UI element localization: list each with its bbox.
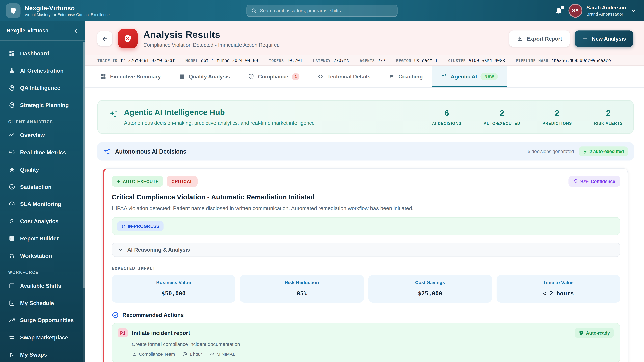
decision-card: AUTO-EXECUTE CRITICAL 97% Confidence Cri… — [103, 168, 628, 362]
tab-label: Technical Details — [327, 73, 371, 80]
compliance-icon — [248, 73, 254, 80]
user-role: Brand Ambassador — [586, 11, 626, 16]
lightning-icon — [116, 179, 121, 184]
hub-stat-ai-decisions: 6AI DECISIONS — [432, 108, 461, 126]
tab-label: Executive Summary — [110, 73, 161, 80]
trace-label: CLUSTER — [448, 58, 466, 63]
swap-vertical-icon — [8, 351, 15, 358]
sidebar-item-satisfaction[interactable]: Satisfaction — [4, 178, 81, 195]
app-root: Nexgile-Virtuoso Virtual Mastery for Ent… — [0, 0, 644, 362]
sidebar-item-report-builder[interactable]: Report Builder — [4, 230, 81, 247]
tab-label: Compliance — [258, 73, 288, 80]
tab-label: Quality Analysis — [189, 73, 230, 80]
avatar: SA — [568, 4, 582, 17]
impact-label: Business Value — [116, 280, 232, 285]
new-analysis-button[interactable]: New Analysis — [574, 30, 633, 47]
stat-value: 2 — [594, 108, 622, 118]
head-gear-icon — [8, 84, 15, 91]
action-meta: Compliance Team1 hourMINIMAL — [132, 352, 614, 357]
sidebar-item-workstation[interactable]: Workstation — [4, 247, 81, 264]
sidebar-item-ai-orchestration[interactable]: AI Orchestration — [4, 62, 81, 79]
impact-label: Time to Value — [500, 280, 616, 285]
bar-chart-icon — [8, 235, 15, 242]
new-analysis-label: New Analysis — [592, 35, 626, 42]
sidebar-item-label: SLA Monitoring — [20, 201, 61, 207]
action-description: Create formal compliance incident docume… — [132, 342, 614, 347]
page-header: Analysis Results Compliance Violation De… — [85, 21, 644, 55]
trend-arrow-icon — [210, 352, 214, 357]
sidebar-item-surge-opportunities[interactable]: Surge Opportunities — [4, 312, 81, 329]
sidebar-item-real-time-metrics[interactable]: Real-time Metrics — [4, 144, 81, 161]
auto-executed-pill: 2 auto-executed — [579, 146, 628, 156]
tab-new-badge: NEW — [481, 72, 498, 80]
stat-label: RISK ALERTS — [594, 121, 622, 125]
decision-title: Critical Compliance Violation - Automati… — [112, 193, 620, 201]
tab-compliance[interactable]: Compliance1 — [239, 66, 308, 87]
sidebar-item-qa-intelligence[interactable]: QA Intelligence — [4, 79, 81, 96]
tab-count-badge: 1 — [292, 73, 299, 80]
sidebar-item-dashboard[interactable]: Dashboard — [4, 45, 81, 62]
trace-value: sha256:d685d9ec096caaee — [551, 58, 611, 63]
sidebar-item-cost-analytics[interactable]: Cost Analytics — [4, 213, 81, 230]
arrow-left-icon — [101, 35, 108, 42]
back-button[interactable] — [97, 31, 112, 46]
tab-technical-details[interactable]: Technical Details — [308, 66, 380, 87]
sidebar-item-my-schedule[interactable]: My Schedule — [4, 294, 81, 312]
sidebar-item-overview[interactable]: Overview — [4, 126, 81, 144]
download-icon — [517, 35, 523, 42]
tab-agentic-ai[interactable]: Agentic AINEW — [432, 66, 507, 87]
global-search[interactable] — [246, 4, 398, 17]
export-report-button[interactable]: Export Report — [509, 30, 570, 47]
decisions-generated-text: 6 decisions generated — [528, 149, 574, 154]
tab-executive-summary[interactable]: Executive Summary — [91, 66, 170, 87]
user-menu[interactable]: SA Sarah Anderson Brand Ambassador — [568, 4, 636, 17]
search-input[interactable] — [260, 8, 393, 13]
sidebar-item-quality[interactable]: Quality — [4, 161, 81, 178]
impact-value: < 2 hours — [500, 290, 616, 297]
decisions-title: Autonomous AI Decisions — [115, 148, 186, 155]
impact-card-risk-reduction: Risk Reduction85% — [240, 275, 364, 303]
action-duration: 1 hour — [182, 352, 202, 357]
sidebar-item-swap-marketplace[interactable]: Swap Marketplace — [4, 329, 81, 346]
sidebar-item-sla-monitoring[interactable]: SLA Monitoring — [4, 195, 81, 213]
page-title: Analysis Results — [144, 29, 280, 40]
action-card-initiate-incident-report[interactable]: P1Initiate incident reportAuto-readyCrea… — [112, 323, 620, 362]
sidebar-scrollbar[interactable] — [83, 42, 85, 288]
compliance-alert-tile — [118, 29, 138, 48]
stat-label: AUTO-EXECUTED — [484, 121, 520, 125]
trace-item-latency: LATENCY2707ms — [313, 58, 349, 63]
hub-stat-risk-alerts: 2RISK ALERTS — [594, 108, 622, 126]
sidebar-item-label: QA Intelligence — [20, 85, 60, 91]
sidebar-collapse-button[interactable] — [73, 28, 79, 34]
sidebar-item-strategic-planning[interactable]: Strategic Planning — [4, 96, 81, 114]
tab-quality-analysis[interactable]: Quality Analysis — [170, 66, 239, 87]
trace-metadata-bar: TRACE IDtr-276f9461-93f0-b2dfMODELgpt-4-… — [85, 55, 644, 66]
agentic-ai-icon — [441, 73, 447, 80]
stat-value: 2 — [484, 108, 520, 118]
trace-item-trace-id: TRACE IDtr-276f9461-93f0-b2df — [97, 58, 175, 63]
brand: Nexgile-Virtuoso Virtual Mastery for Ent… — [6, 3, 110, 18]
notifications-button[interactable] — [555, 7, 563, 14]
impact-value: $25,000 — [372, 290, 488, 297]
calendar-check-icon — [8, 300, 15, 306]
lightning-icon — [583, 149, 588, 154]
topbar: Nexgile-Virtuoso Virtual Mastery for Ent… — [0, 0, 644, 21]
tab-coaching[interactable]: Coaching — [380, 66, 432, 87]
trace-item-region: REGIONus-east-1 — [396, 58, 438, 63]
notification-dot — [561, 5, 564, 9]
trace-value: A100-SXM4-40GB — [468, 58, 505, 63]
flask-icon — [8, 67, 15, 74]
auto-execute-badge: AUTO-EXECUTE — [112, 176, 163, 187]
sidebar-item-available-shifts[interactable]: Available Shifts — [4, 277, 81, 294]
impact-card-business-value: Business Value$50,000 — [112, 275, 236, 303]
refresh-icon — [121, 224, 126, 228]
tab-label: Coaching — [398, 73, 423, 80]
quality-analysis-icon — [179, 73, 185, 80]
app-title: Nexgile-Virtuoso — [25, 4, 110, 11]
shield-logo-icon — [10, 7, 17, 14]
actions-list: P1Initiate incident reportAuto-readyCrea… — [112, 323, 620, 362]
ai-reasoning-accordion[interactable]: AI Reasoning & Analysis — [112, 243, 620, 257]
stat-value: 6 — [432, 108, 461, 118]
sidebar-item-my-swaps[interactable]: My Swaps — [4, 346, 81, 362]
app-subtitle: Virtual Mastery for Enterprise Contact E… — [25, 12, 110, 17]
